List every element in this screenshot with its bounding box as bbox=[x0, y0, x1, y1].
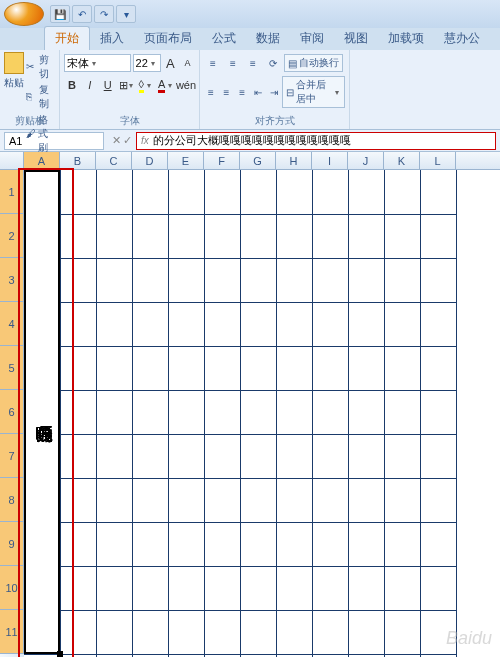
col-header-d[interactable]: D bbox=[132, 152, 168, 169]
paste-label: 粘贴 bbox=[4, 76, 24, 90]
border-button[interactable]: ⊞▾ bbox=[118, 76, 136, 94]
align-bottom-button[interactable]: ≡ bbox=[244, 54, 262, 72]
fill-handle[interactable] bbox=[57, 651, 63, 657]
col-header-i[interactable]: I bbox=[312, 152, 348, 169]
enter-formula-icon[interactable]: ✓ bbox=[123, 134, 132, 147]
ribbon: 粘贴 ✂剪切 ⎘复制 🖌格式刷 剪贴板 宋体▾ 22▾ A A B I U ⊞▾… bbox=[0, 50, 500, 130]
cell-a1[interactable]: 的分嘎嘎嘎嘎嘎的分嘎嘎嘎嘎嘎的 bbox=[24, 170, 60, 654]
row-header-5[interactable]: 5 bbox=[0, 346, 24, 390]
wrap-icon: ▤ bbox=[288, 58, 297, 69]
row-header-7[interactable]: 7 bbox=[0, 434, 24, 478]
grow-font-button[interactable]: A bbox=[163, 54, 178, 72]
col-header-g[interactable]: G bbox=[240, 152, 276, 169]
formula-text: 的分公司大概嘎嘎嘎嘎嘎嘎嘎嘎嘎嘎嘎嘎 bbox=[153, 133, 351, 148]
watermark: Baidu bbox=[446, 628, 492, 649]
group-font: 宋体▾ 22▾ A A B I U ⊞▾ ◊▾ A▾ wén 字体 bbox=[60, 50, 200, 129]
group-clipboard: 粘贴 ✂剪切 ⎘复制 🖌格式刷 剪贴板 bbox=[0, 50, 60, 129]
phonetic-button[interactable]: wén bbox=[177, 76, 195, 94]
col-header-k[interactable]: K bbox=[384, 152, 420, 169]
row-header-10[interactable]: 10 bbox=[0, 566, 24, 610]
italic-button[interactable]: I bbox=[82, 76, 98, 94]
align-right-button[interactable]: ≡ bbox=[235, 83, 249, 101]
row-header-4[interactable]: 4 bbox=[0, 302, 24, 346]
worksheet[interactable]: ABCDEFGHIJKL 1234567891011 的分嘎嘎嘎嘎嘎的分嘎嘎嘎嘎… bbox=[0, 152, 500, 657]
qat-save[interactable]: 💾 bbox=[50, 5, 70, 23]
align-top-button[interactable]: ≡ bbox=[204, 54, 222, 72]
tab-layout[interactable]: 页面布局 bbox=[134, 27, 202, 50]
font-color-button[interactable]: A▾ bbox=[157, 76, 175, 94]
formula-bar[interactable]: fx 的分公司大概嘎嘎嘎嘎嘎嘎嘎嘎嘎嘎嘎嘎 bbox=[136, 132, 496, 150]
group-label-font: 字体 bbox=[60, 114, 199, 128]
font-name-combo[interactable]: 宋体▾ bbox=[64, 54, 131, 72]
fx-icon: fx bbox=[141, 135, 149, 146]
shrink-font-button[interactable]: A bbox=[180, 54, 195, 72]
bold-button[interactable]: B bbox=[64, 76, 80, 94]
row-header-1[interactable]: 1 bbox=[0, 170, 24, 214]
border-icon: ⊞ bbox=[119, 79, 128, 92]
scissors-icon: ✂ bbox=[26, 61, 37, 73]
row-header-11[interactable]: 11 bbox=[0, 610, 24, 654]
group-label-clipboard: 剪贴板 bbox=[0, 114, 59, 128]
col-header-f[interactable]: F bbox=[204, 152, 240, 169]
font-color-icon: A bbox=[158, 78, 165, 93]
cells-area[interactable]: 的分嘎嘎嘎嘎嘎的分嘎嘎嘎嘎嘎的 bbox=[24, 170, 500, 657]
group-label-align: 对齐方式 bbox=[200, 114, 349, 128]
indent-inc-button[interactable]: ⇥ bbox=[267, 83, 281, 101]
align-center-button[interactable]: ≡ bbox=[220, 83, 234, 101]
merge-icon: ⊟ bbox=[286, 87, 294, 98]
row-header-2[interactable]: 2 bbox=[0, 214, 24, 258]
indent-dec-button[interactable]: ⇤ bbox=[251, 83, 265, 101]
tab-review[interactable]: 审阅 bbox=[290, 27, 334, 50]
office-button[interactable] bbox=[4, 2, 44, 26]
tab-huiban[interactable]: 慧办公 bbox=[434, 27, 490, 50]
row-header-9[interactable]: 9 bbox=[0, 522, 24, 566]
col-header-e[interactable]: E bbox=[168, 152, 204, 169]
tab-data[interactable]: 数据 bbox=[246, 27, 290, 50]
column-headers: ABCDEFGHIJKL bbox=[0, 152, 500, 170]
phonetic-icon: wén bbox=[176, 79, 196, 91]
ribbon-tabs: 开始 插入 页面布局 公式 数据 审阅 视图 加载项 慧办公 bbox=[0, 28, 500, 50]
col-header-l[interactable]: L bbox=[420, 152, 456, 169]
brush-icon: 🖌 bbox=[26, 128, 36, 140]
tab-formula[interactable]: 公式 bbox=[202, 27, 246, 50]
col-header-h[interactable]: H bbox=[276, 152, 312, 169]
fill-color-button[interactable]: ◊▾ bbox=[138, 76, 155, 94]
cancel-formula-icon[interactable]: ✕ bbox=[112, 134, 121, 147]
wrap-text-button[interactable]: ▤自动换行 bbox=[284, 54, 343, 72]
row-headers: 1234567891011 bbox=[0, 170, 24, 657]
qat-redo[interactable]: ↷ bbox=[94, 5, 114, 23]
paste-icon bbox=[4, 52, 24, 74]
tab-addins[interactable]: 加载项 bbox=[378, 27, 434, 50]
col-header-a[interactable]: A bbox=[24, 152, 60, 169]
col-header-c[interactable]: C bbox=[96, 152, 132, 169]
tab-home[interactable]: 开始 bbox=[44, 26, 90, 50]
tab-insert[interactable]: 插入 bbox=[90, 27, 134, 50]
font-size-combo[interactable]: 22▾ bbox=[133, 54, 161, 72]
row-header-3[interactable]: 3 bbox=[0, 258, 24, 302]
underline-button[interactable]: U bbox=[100, 76, 116, 94]
merge-center-button[interactable]: ⊟合并后居中▾ bbox=[282, 76, 345, 108]
select-all-corner[interactable] bbox=[0, 152, 24, 169]
cut-button[interactable]: ✂剪切 bbox=[26, 53, 55, 81]
align-left-button[interactable]: ≡ bbox=[204, 83, 218, 101]
group-alignment: ≡ ≡ ≡ ⟳ ▤自动换行 ≡ ≡ ≡ ⇤ ⇥ ⊟合并后居中▾ 对齐方式 bbox=[200, 50, 350, 129]
qat-more[interactable]: ▾ bbox=[116, 5, 136, 23]
paste-button[interactable]: 粘贴 bbox=[4, 52, 24, 102]
col-header-b[interactable]: B bbox=[60, 152, 96, 169]
col-header-j[interactable]: J bbox=[348, 152, 384, 169]
chevron-down-icon: ▾ bbox=[89, 59, 99, 68]
row-header-8[interactable]: 8 bbox=[0, 478, 24, 522]
copy-button[interactable]: ⎘复制 bbox=[26, 83, 55, 111]
tab-view[interactable]: 视图 bbox=[334, 27, 378, 50]
orientation-button[interactable]: ⟳ bbox=[264, 54, 282, 72]
copy-icon: ⎘ bbox=[26, 91, 37, 103]
chevron-down-icon: ▾ bbox=[148, 59, 158, 68]
align-middle-button[interactable]: ≡ bbox=[224, 54, 242, 72]
row-header-6[interactable]: 6 bbox=[0, 390, 24, 434]
qat-undo[interactable]: ↶ bbox=[72, 5, 92, 23]
